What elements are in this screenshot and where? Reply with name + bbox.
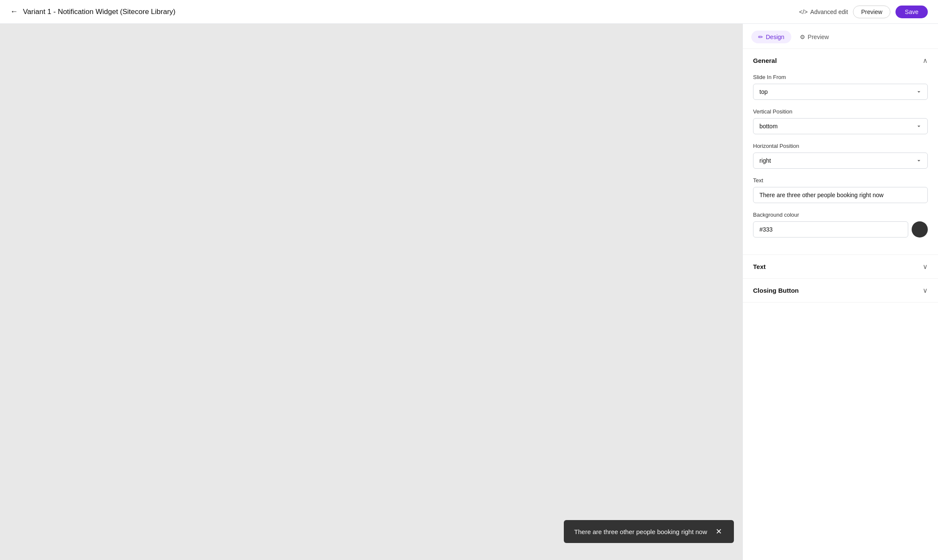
- back-arrow-icon: ←: [10, 7, 18, 16]
- advanced-edit-label: Advanced edit: [810, 8, 848, 15]
- slide-in-from-group: Slide In From top bottom left right: [753, 74, 928, 100]
- text-section-title: Text: [753, 263, 766, 270]
- slide-in-from-select[interactable]: top bottom left right: [753, 84, 928, 100]
- slide-in-from-label: Slide In From: [753, 74, 928, 80]
- tab-design[interactable]: ✏ Design: [751, 31, 791, 43]
- advanced-edit-button[interactable]: </> Advanced edit: [799, 8, 848, 15]
- text-field-group: Text: [753, 177, 928, 203]
- header-right: </> Advanced edit Preview Save: [799, 6, 928, 18]
- code-icon: </>: [799, 8, 807, 15]
- header-left: ← Variant 1 - Notification Widget (Sitec…: [10, 7, 176, 16]
- background-colour-swatch[interactable]: [912, 221, 928, 238]
- tab-design-label: Design: [766, 34, 785, 40]
- general-chevron-up-icon: ∧: [923, 57, 928, 65]
- background-colour-row: [753, 221, 928, 238]
- main-layout: There are three other people booking rig…: [0, 24, 938, 560]
- background-colour-group: Background colour: [753, 212, 928, 238]
- vertical-position-label: Vertical Position: [753, 108, 928, 115]
- closing-button-section-title: Closing Button: [753, 287, 799, 294]
- general-section-title: General: [753, 57, 777, 64]
- save-button[interactable]: Save: [895, 6, 928, 18]
- vertical-position-select[interactable]: top bottom: [753, 118, 928, 134]
- general-section: General ∧ Slide In From top bottom left …: [743, 49, 938, 255]
- horizontal-position-group: Horizontal Position left center right: [753, 143, 928, 169]
- notification-widget: There are three other people booking rig…: [564, 520, 734, 543]
- right-panel: ✏ Design ⚙ Preview General ∧ Slide In Fr…: [742, 24, 938, 560]
- horizontal-position-select[interactable]: left center right: [753, 153, 928, 169]
- text-field-label: Text: [753, 177, 928, 184]
- preview-button[interactable]: Preview: [853, 6, 890, 18]
- general-section-header[interactable]: General ∧: [743, 49, 938, 72]
- canvas: There are three other people booking rig…: [0, 24, 742, 560]
- page-title: Variant 1 - Notification Widget (Sitecor…: [23, 8, 176, 16]
- text-section[interactable]: Text ∨: [743, 255, 938, 279]
- general-section-body: Slide In From top bottom left right Vert…: [743, 72, 938, 255]
- text-section-chevron-down-icon: ∨: [923, 263, 928, 271]
- tab-preview[interactable]: ⚙ Preview: [793, 31, 836, 43]
- design-icon: ✏: [758, 34, 763, 40]
- vertical-position-group: Vertical Position top bottom: [753, 108, 928, 134]
- back-button[interactable]: ←: [10, 7, 18, 16]
- notification-close-button[interactable]: ✕: [714, 528, 724, 535]
- closing-button-section-chevron-down-icon: ∨: [923, 286, 928, 294]
- tab-preview-label: Preview: [808, 34, 829, 40]
- background-colour-label: Background colour: [753, 212, 928, 218]
- background-colour-input[interactable]: [753, 221, 908, 238]
- notification-text: There are three other people booking rig…: [574, 528, 707, 535]
- panel-tabs: ✏ Design ⚙ Preview: [743, 24, 938, 49]
- settings-icon: ⚙: [800, 34, 805, 40]
- closing-button-section[interactable]: Closing Button ∨: [743, 279, 938, 303]
- header: ← Variant 1 - Notification Widget (Sitec…: [0, 0, 938, 24]
- text-field-input[interactable]: [753, 187, 928, 203]
- horizontal-position-label: Horizontal Position: [753, 143, 928, 149]
